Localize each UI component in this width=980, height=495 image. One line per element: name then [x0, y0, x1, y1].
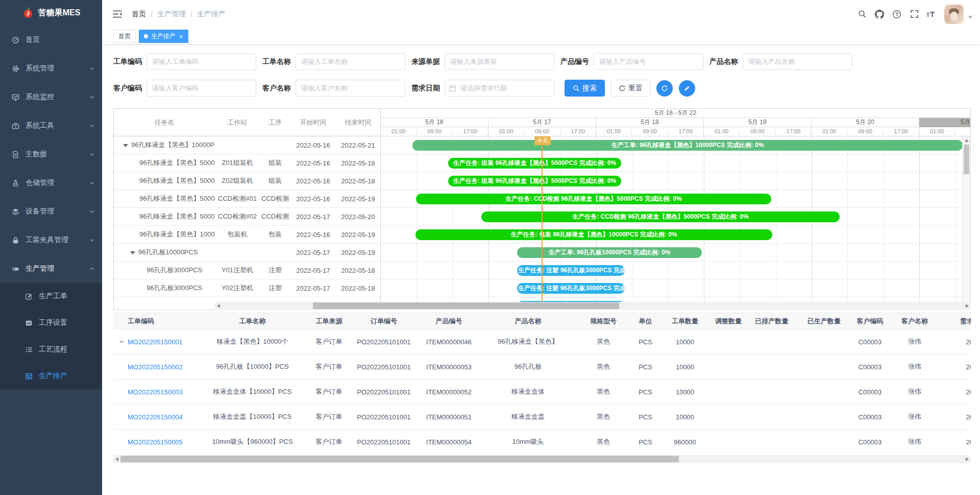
sidebar-subitem-0[interactable]: 生产工单 [0, 283, 102, 310]
edit-circle-button[interactable] [679, 80, 695, 97]
work-order-link[interactable]: MO202205150004 [128, 413, 183, 421]
filter-input-1-0[interactable] [146, 53, 256, 70]
filter-label: 客户名称 [262, 84, 291, 93]
font-size-icon[interactable]: TT [923, 6, 940, 23]
gantt-task-row[interactable]: 96孔移液盒【黑色】5000PCSZ02组装机组装2022-05-162022-… [114, 172, 380, 190]
gantt-task-row[interactable]: 96孔孔板3000PCSY01注塑机注塑2022-05-172022-05-18 [114, 262, 380, 279]
sidebar-submenu: 生产工单工序设置工艺流程生产排产 [0, 283, 102, 389]
table-row[interactable]: MO202205150001移液盒【黑色】10000个客户订单PO2022051… [113, 329, 971, 355]
gantt-horizontal-scrollbar[interactable] [215, 302, 971, 310]
gantt-task-row[interactable]: 96孔移液盒【黑色】5000PCSZ01组装机组装2022-05-162022-… [114, 154, 380, 172]
sidebar-toggle-icon[interactable] [112, 10, 122, 18]
work-order-link[interactable]: MO202205150001 [128, 338, 183, 346]
sidebar-subitem-2[interactable]: 工艺流程 [0, 336, 102, 363]
filter-input-2-0[interactable] [146, 80, 256, 97]
gantt-bar-selected[interactable]: 生产任务: 注塑 96孔孔板3000PCS 完成比例: 0% [517, 283, 625, 294]
filter-input-2-1[interactable] [296, 80, 405, 97]
gantt-start-date: 2022-05-17 [290, 262, 336, 279]
user-menu-caret-icon[interactable] [968, 16, 973, 19]
expand-triangle-icon[interactable] [123, 144, 128, 147]
gantt-task-row[interactable]: 96孔孔板10000PCS2022-05-172022-05-19 [114, 244, 380, 262]
table-column-header: 客户名称 [892, 313, 938, 329]
scroll-left-arrow-icon[interactable] [217, 304, 220, 308]
table-cell: ITEM00000053 [414, 355, 483, 379]
table-column-header: 订单编号 [353, 313, 414, 329]
gantt-end-date: 2022-05-18 [336, 154, 380, 172]
gantt-bar-label: 生产任务: 注塑 96孔孔板3000PCS 完成比例: 0% [518, 266, 625, 275]
gantt-task-row[interactable]: 96孔移液盒【黑色】5000PCSCCD检测#01CCD检测2022-05-16… [114, 190, 380, 208]
table-cell: C00003 [848, 430, 892, 454]
scroll-right-arrow-icon[interactable] [966, 304, 969, 308]
gantt-bar-selected[interactable]: 生产任务: 注塑 96孔孔板3000PCS 完成比例: 0% [517, 265, 625, 276]
search-icon[interactable] [853, 6, 871, 23]
row-expand-chevron-icon[interactable] [118, 339, 125, 345]
sidebar-item-8[interactable]: 生产管理 [0, 254, 102, 283]
breadcrumb-item[interactable]: 首页 [132, 10, 146, 19]
scroll-left-arrow-icon[interactable] [115, 457, 118, 461]
table-row[interactable]: MO20220515000296孔孔板【10000】PCS客户订单PO20220… [113, 355, 971, 380]
user-avatar[interactable] [944, 5, 964, 24]
gantt-bar-parent[interactable]: 生产工单: 96孔移液盒【黑色】10000PCS 完成比例: 0% [412, 140, 963, 151]
scroll-up-arrow-icon[interactable] [965, 139, 969, 142]
search-button[interactable]: 搜索 [565, 80, 605, 97]
sidebar-item-7[interactable]: 工装夹具管理 [0, 226, 102, 254]
table-row[interactable]: MO202205150003移液盒盒体【10000】PCS客户订单PO20220… [113, 380, 971, 405]
expand-triangle-icon[interactable] [130, 251, 135, 254]
sidebar-subitem-label: 工序设置 [39, 318, 67, 327]
table-header-row: 工单编码工单名称工单来源订单编号产品编号产品名称规格型号单位工单数量调整数量已排… [113, 313, 971, 329]
sidebar-item-4[interactable]: 主数据 [0, 140, 102, 169]
table-row[interactable]: MO202205150004移液盒盒盖【10000】PCS客户订单PO20220… [113, 405, 971, 430]
github-icon[interactable] [871, 6, 888, 23]
gantt-task-row[interactable]: 96孔孔板3000PCSY03注塑机注塑2022-05-172022-05-18 [114, 297, 380, 302]
vertical-scroll-thumb[interactable] [964, 145, 969, 174]
tag-1[interactable]: 生产排产× [139, 30, 188, 43]
horizontal-scroll-thumb[interactable] [120, 456, 679, 462]
sidebar-item-0[interactable]: 首页 [0, 26, 102, 54]
sidebar-subitem-3[interactable]: 生产排产 [0, 363, 102, 389]
gantt-bar-task[interactable]: 生产任务: CCD检测 96孔移液盒【黑色】5000PCS 完成比例: 0% [481, 211, 840, 222]
gantt-task-row[interactable]: 96孔孔板3000PCSY02注塑机注塑2022-05-172022-05-18 [114, 279, 380, 297]
filter-input-1-4[interactable] [743, 53, 852, 70]
sidebar-item-6[interactable]: 设备管理 [0, 197, 102, 226]
gantt-bar-parent[interactable]: 生产工单: 96孔孔板10000PCS 完成比例: 0% [517, 247, 702, 258]
gantt-task-row[interactable]: 96孔移液盒【黑色】5000PCSCCD检测#02CCD检测2022-05-17… [114, 208, 380, 226]
filter-input-2-2[interactable] [445, 80, 554, 97]
filter-input-1-2[interactable] [445, 53, 554, 70]
sidebar-item-2[interactable]: 系统监控 [0, 83, 102, 111]
gantt-task-row[interactable]: 96孔移液盒【黑色】10000PCS包装机包装2022-05-162022-05… [114, 226, 380, 244]
gantt-bar-task[interactable]: 生产任务: 组装 96孔移液盒【黑色】5000PCS 完成比例: 0% [448, 176, 621, 186]
tag-close-icon[interactable]: × [179, 33, 183, 40]
gantt-bar-label: 生产任务: 注塑 96孔孔板3000PCS 完成比例: 0% [518, 284, 625, 293]
table-cell: MO202205150001 [113, 329, 200, 354]
svg-text:?: ? [895, 11, 898, 17]
gantt-vertical-scrollbar[interactable] [962, 136, 970, 302]
work-order-link[interactable]: MO202205150005 [128, 438, 183, 446]
sidebar-item-1[interactable]: 系统管理 [0, 54, 102, 83]
work-order-link[interactable]: MO202205150002 [128, 363, 183, 371]
page-horizontal-scrollbar[interactable] [113, 455, 971, 463]
tag-active-dot [144, 34, 148, 38]
filter-input-1-1[interactable] [296, 53, 405, 70]
gantt-start-date: 2022-05-17 [290, 208, 336, 226]
app-logo[interactable]: 苦糖果MES [0, 0, 102, 26]
scroll-right-arrow-icon[interactable] [966, 457, 969, 461]
gantt-bar-task[interactable]: 生产任务: CCD检测 96孔移液盒【黑色】5000PCS 完成比例: 0% [416, 194, 771, 204]
sidebar-item-3[interactable]: 系统工具 [0, 111, 102, 140]
filter-input-1-3[interactable] [594, 53, 703, 70]
sidebar-item-label: 系统监控 [26, 92, 54, 102]
gantt-task-row[interactable]: 96孔移液盒【黑色】10000PCS2022-05-162022-05-21 [114, 136, 380, 154]
refresh-circle-button[interactable] [656, 80, 673, 97]
lock-icon [11, 236, 19, 244]
sidebar-subitem-1[interactable]: 工序设置 [0, 310, 102, 336]
gantt-bar-task[interactable]: 生产任务: 包装 96孔移液盒【黑色】10000PCS 完成比例: 0% [415, 229, 772, 240]
fullscreen-icon[interactable] [905, 6, 923, 23]
help-icon[interactable]: ? [888, 6, 905, 23]
tag-0[interactable]: 首页 [113, 30, 136, 43]
reset-button[interactable]: 重置 [611, 80, 650, 97]
horizontal-scroll-thumb[interactable] [313, 302, 619, 309]
table-row[interactable]: MO20220515000510mm吸头【960000】PCS客户订单PO202… [113, 430, 971, 454]
gantt-bar-task[interactable]: 生产任务: 组装 96孔移液盒【黑色】5000PCS 完成比例: 0% [448, 158, 621, 169]
work-order-link[interactable]: MO202205150003 [128, 388, 183, 396]
sidebar-item-5[interactable]: 仓储管理 [0, 169, 102, 197]
gantt-hour-cell: 17:00 [560, 127, 596, 136]
